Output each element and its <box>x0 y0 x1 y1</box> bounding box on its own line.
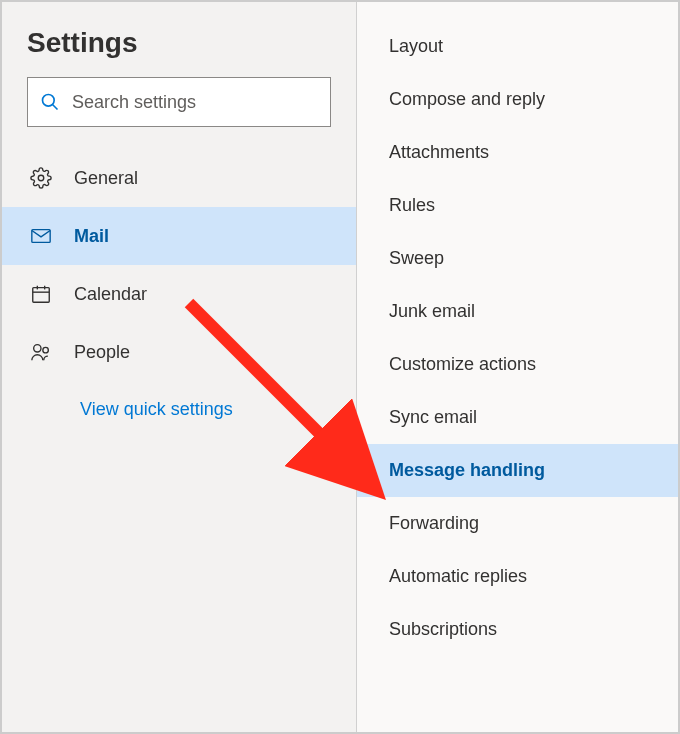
svg-point-12 <box>43 347 49 353</box>
sub-item-label: Junk email <box>389 301 475 322</box>
sub-item-message-handling[interactable]: Message handling <box>357 444 678 497</box>
search-input[interactable] <box>72 92 318 113</box>
sub-item-label: Sync email <box>389 407 477 428</box>
nav-item-label: Calendar <box>74 284 147 305</box>
sub-item-sweep[interactable]: Sweep <box>357 232 678 285</box>
sub-item-label: Compose and reply <box>389 89 545 110</box>
page-title: Settings <box>2 22 356 77</box>
svg-rect-4 <box>33 288 50 303</box>
calendar-icon <box>30 283 52 305</box>
sub-item-label: Customize actions <box>389 354 536 375</box>
nav-item-calendar[interactable]: Calendar <box>2 265 356 323</box>
sub-item-junk-email[interactable]: Junk email <box>357 285 678 338</box>
svg-line-1 <box>53 105 58 110</box>
svg-rect-3 <box>32 230 50 243</box>
sub-item-label: Attachments <box>389 142 489 163</box>
sub-item-label: Layout <box>389 36 443 57</box>
nav-item-label: People <box>74 342 130 363</box>
sub-item-attachments[interactable]: Attachments <box>357 126 678 179</box>
svg-point-11 <box>34 345 41 352</box>
svg-point-2 <box>38 175 44 181</box>
svg-point-0 <box>43 95 55 107</box>
nav-item-mail[interactable]: Mail <box>2 207 356 265</box>
sub-item-sync-email[interactable]: Sync email <box>357 391 678 444</box>
sub-item-label: Forwarding <box>389 513 479 534</box>
settings-sub-panel: Layout Compose and reply Attachments Rul… <box>357 2 678 732</box>
sub-item-label: Subscriptions <box>389 619 497 640</box>
sub-item-rules[interactable]: Rules <box>357 179 678 232</box>
settings-left-panel: Settings General Mail Calendar People Vi… <box>2 2 357 732</box>
nav-item-general[interactable]: General <box>2 149 356 207</box>
sub-item-customize-actions[interactable]: Customize actions <box>357 338 678 391</box>
sub-item-automatic-replies[interactable]: Automatic replies <box>357 550 678 603</box>
sub-item-label: Rules <box>389 195 435 216</box>
sub-item-compose-and-reply[interactable]: Compose and reply <box>357 73 678 126</box>
view-quick-settings-link[interactable]: View quick settings <box>2 381 356 420</box>
search-icon <box>40 92 60 112</box>
search-settings-box[interactable] <box>27 77 331 127</box>
sub-item-forwarding[interactable]: Forwarding <box>357 497 678 550</box>
sub-item-layout[interactable]: Layout <box>357 20 678 73</box>
sub-item-label: Automatic replies <box>389 566 527 587</box>
nav-item-people[interactable]: People <box>2 323 356 381</box>
nav-item-label: General <box>74 168 138 189</box>
nav-item-label: Mail <box>74 226 109 247</box>
sub-item-label: Message handling <box>389 460 545 481</box>
people-icon <box>30 341 52 363</box>
sub-item-subscriptions[interactable]: Subscriptions <box>357 603 678 656</box>
gear-icon <box>30 167 52 189</box>
mail-icon <box>30 225 52 247</box>
sub-item-label: Sweep <box>389 248 444 269</box>
